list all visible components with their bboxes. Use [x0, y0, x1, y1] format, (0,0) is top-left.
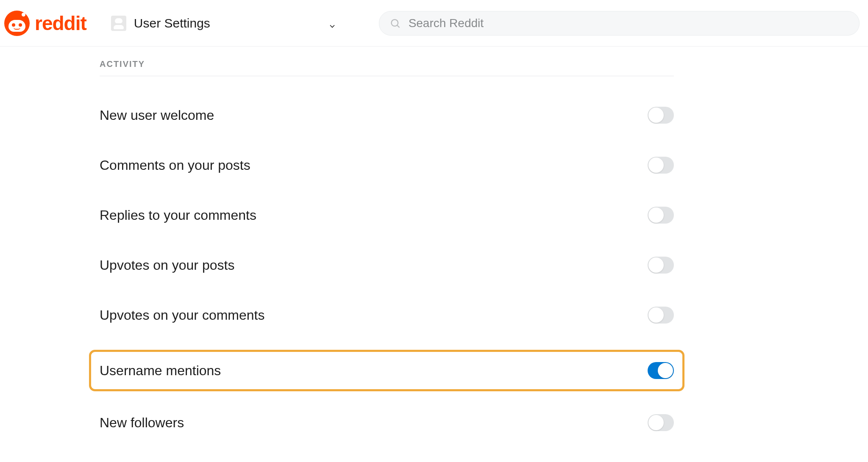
setting-label: New user welcome — [100, 108, 214, 123]
setting-label: Username mentions — [100, 363, 221, 379]
toggle-switch[interactable] — [648, 362, 674, 379]
setting-row: Upvotes on your comments — [100, 302, 674, 328]
search-icon — [389, 17, 401, 29]
setting-row: New followers — [100, 410, 674, 435]
search-bar[interactable] — [379, 11, 860, 36]
setting-row: Comments on your posts — [100, 152, 674, 178]
setting-row: Upvotes on your posts — [100, 252, 674, 278]
chevron-down-icon — [328, 22, 337, 30]
toggle-switch[interactable] — [648, 107, 674, 124]
svg-point-0 — [391, 19, 398, 26]
toggle-knob — [648, 158, 664, 173]
setting-label: Upvotes on your posts — [100, 257, 234, 273]
svg-line-1 — [397, 25, 400, 28]
avatar-icon — [111, 16, 126, 31]
search-container — [379, 11, 860, 36]
reddit-logo-text: reddit — [35, 12, 86, 35]
setting-label: New followers — [100, 415, 184, 431]
reddit-logo-icon — [4, 11, 30, 36]
setting-row: Username mentions — [89, 350, 684, 391]
toggle-switch[interactable] — [648, 207, 674, 224]
setting-label: Replies to your comments — [100, 207, 256, 223]
setting-label: Upvotes on your comments — [100, 307, 265, 323]
header: reddit User Settings — [0, 0, 868, 47]
reddit-logo[interactable]: reddit — [4, 11, 86, 36]
setting-row: Replies to your comments — [100, 202, 674, 228]
search-input[interactable] — [409, 17, 849, 30]
toggle-knob — [648, 207, 664, 223]
toggle-switch[interactable] — [648, 307, 674, 324]
toggle-knob — [648, 257, 664, 273]
settings-list: New user welcomeComments on your postsRe… — [100, 102, 674, 435]
toggle-switch[interactable] — [648, 257, 674, 274]
toggle-knob — [648, 307, 664, 323]
section-header-activity: ACTIVITY — [100, 59, 674, 76]
nav-selector[interactable]: User Settings — [108, 12, 345, 34]
toggle-switch[interactable] — [648, 414, 674, 431]
toggle-knob — [648, 415, 664, 430]
toggle-switch[interactable] — [648, 157, 674, 174]
setting-row: New user welcome — [100, 102, 674, 128]
settings-content: ACTIVITY New user welcomeComments on you… — [100, 47, 674, 435]
toggle-knob — [648, 108, 664, 123]
toggle-knob — [658, 363, 673, 378]
setting-label: Comments on your posts — [100, 158, 250, 173]
nav-label: User Settings — [134, 16, 328, 30]
